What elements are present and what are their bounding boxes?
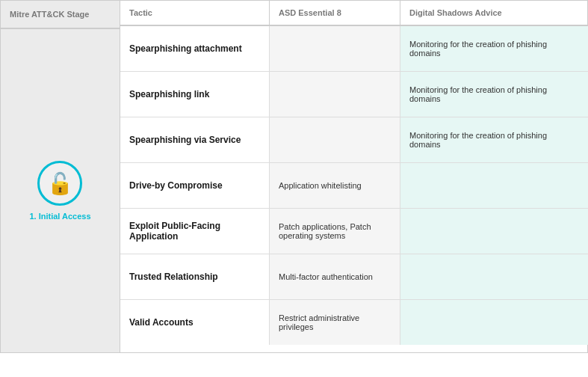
table-row: Spearphishing attachment Monitoring for … (120, 26, 588, 72)
asd-cell: Restrict administrative privileges (270, 300, 400, 345)
table-row: Spearphishing link Monitoring for the cr… (120, 72, 588, 117)
ds-cell: Monitoring for the creation of phishing … (400, 26, 588, 71)
table-row: Trusted Relationship Multi-factor authen… (120, 254, 588, 300)
asd-cell: Multi-factor authentication (270, 254, 400, 299)
ds-header: Digital Shadows Advice (400, 1, 588, 25)
tactic-cell: Exploit Public-Facing Application (120, 209, 270, 254)
ds-cell: Monitoring for the creation of phishing … (400, 72, 588, 117)
ds-cell (400, 254, 588, 299)
asd-cell (270, 26, 400, 71)
tactic-cell: Spearphishing link (120, 72, 270, 117)
ds-cell (400, 209, 588, 254)
table-row: Drive-by Compromise Application whitelis… (120, 163, 588, 209)
tactic-cell: Drive-by Compromise (120, 163, 270, 208)
table-row: Valid Accounts Restrict administrative p… (120, 300, 588, 345)
asd-cell (270, 72, 400, 117)
column-headers: Tactic ASD Essential 8 Digital Shadows A… (120, 1, 588, 26)
content-columns: Tactic ASD Essential 8 Digital Shadows A… (120, 1, 588, 352)
tactic-cell: Spearphishing via Service (120, 117, 270, 162)
ds-cell (400, 163, 588, 208)
lock-icon: 🔓 (47, 171, 73, 196)
ds-cell: Monitoring for the creation of phishing … (400, 117, 588, 162)
asd-header: ASD Essential 8 (270, 1, 400, 25)
asd-cell (270, 117, 400, 162)
asd-cell: Application whitelisting (270, 163, 400, 208)
table-row: Spearphishing via Service Monitoring for… (120, 117, 588, 163)
mitre-stage-label: 1. Initial Access (29, 212, 90, 221)
rows-container: Spearphishing attachment Monitoring for … (120, 26, 588, 345)
tactic-cell: Spearphishing attachment (120, 26, 270, 71)
asd-cell: Patch applications, Patch operating syst… (270, 209, 400, 254)
main-table: Mitre ATT&CK Stage 🔓 1. Initial Access T… (0, 0, 588, 353)
mitre-column: Mitre ATT&CK Stage 🔓 1. Initial Access (1, 1, 120, 352)
ds-cell (400, 300, 588, 345)
tactic-cell: Valid Accounts (120, 300, 270, 345)
lock-icon-container: 🔓 (37, 161, 82, 206)
mitre-header: Mitre ATT&CK Stage (10, 10, 89, 19)
table-row: Exploit Public-Facing Application Patch … (120, 209, 588, 254)
tactic-header: Tactic (120, 1, 270, 25)
tactic-cell: Trusted Relationship (120, 254, 270, 299)
